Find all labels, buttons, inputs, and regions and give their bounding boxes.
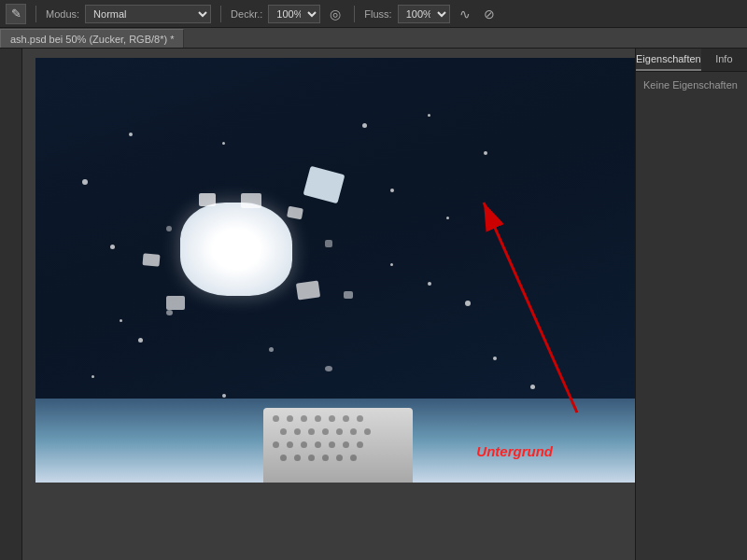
sugar-heap — [180, 203, 292, 296]
left-tool-panel — [0, 49, 22, 560]
grater-hole — [329, 415, 335, 422]
crystal-scatter — [325, 366, 332, 371]
airbrush-icon[interactable]: ◎ — [326, 5, 345, 23]
grater-hole — [336, 455, 343, 461]
grater-hole — [301, 415, 307, 422]
fluss-select[interactable]: 100% — [398, 5, 450, 23]
grater-hole — [287, 441, 293, 448]
tab-eigenschaften[interactable]: Eigenschaften — [636, 49, 701, 71]
modus-label: Modus: — [46, 8, 79, 20]
modus-select[interactable]: NormalAuflösenAbdunkelnMultiplizierenFar… — [85, 5, 211, 23]
cheese-grater — [263, 408, 413, 483]
grater-hole — [294, 428, 301, 435]
crystal-scatter — [222, 394, 226, 398]
grater-hole — [343, 415, 349, 422]
crystal-scatter — [82, 179, 88, 185]
annotation-label: Untergrund — [476, 443, 553, 459]
image-bottom-background — [35, 399, 635, 483]
grater-hole — [343, 441, 349, 448]
crystal-scatter — [138, 338, 143, 343]
grater-hole — [364, 428, 371, 435]
crystal-scatter — [92, 375, 94, 378]
crystal-scatter — [269, 347, 274, 352]
separator-3 — [354, 6, 355, 22]
main-area: Untergrund Eigenschaften Info Keine Eige… — [0, 49, 747, 560]
grater-hole — [357, 441, 363, 448]
crystal-scatter — [110, 245, 115, 249]
separator-1 — [35, 6, 36, 22]
right-panel-content: Keine Eigenschaften — [636, 72, 747, 98]
sugar-crystal — [142, 253, 160, 267]
deckr-label: Deckr.: — [231, 8, 262, 20]
grater-hole — [301, 441, 307, 448]
grater-hole — [273, 441, 279, 448]
crystal-scatter — [129, 133, 133, 136]
separator-2 — [220, 6, 221, 22]
photoshop-canvas — [35, 58, 635, 483]
document-tab[interactable]: ash.psd bei 50% (Zucker, RGB/8*) * — [0, 29, 184, 48]
fluss-label: Fluss: — [364, 8, 391, 20]
right-panel-tabs: Eigenschaften Info — [636, 49, 747, 72]
crystal-scatter — [166, 310, 173, 315]
right-panel: Eigenschaften Info Keine Eigenschaften — [635, 49, 747, 560]
extra-icon[interactable]: ⊘ — [480, 5, 499, 23]
grater-hole — [336, 428, 343, 435]
sugar-crystal — [166, 296, 185, 310]
crystal-scatter — [446, 217, 449, 219]
grater-hole — [280, 455, 287, 461]
grater-hole — [308, 428, 315, 435]
sugar-chunk — [303, 166, 345, 204]
crystal-scatter — [222, 142, 225, 145]
smooth-icon[interactable]: ∿ — [456, 5, 474, 23]
crystal-scatter — [428, 282, 431, 286]
no-properties-text: Keine Eigenschaften — [643, 79, 738, 91]
svg-line-1 — [484, 203, 577, 413]
deckr-select[interactable]: 100% — [268, 5, 320, 23]
grater-hole — [308, 455, 315, 461]
grater-hole — [329, 441, 335, 448]
grater-hole — [273, 415, 279, 422]
tabbar: ash.psd bei 50% (Zucker, RGB/8*) * — [0, 28, 747, 49]
crystal-scatter — [465, 301, 471, 306]
image-background — [35, 58, 635, 483]
grater-hole — [315, 441, 321, 448]
crystal-scatter — [484, 151, 487, 155]
crystal-scatter — [166, 226, 172, 231]
canvas-area: Untergrund — [22, 49, 635, 560]
toolbar: ✎ Modus: NormalAuflösenAbdunkelnMultipli… — [0, 0, 747, 28]
crystal-scatter — [120, 319, 122, 322]
brush-tool-icon[interactable]: ✎ — [6, 4, 26, 24]
crystal-scatter — [325, 240, 332, 247]
sugar-crystal — [241, 193, 261, 208]
crystal-scatter — [428, 114, 430, 117]
crystal-scatter — [530, 385, 535, 389]
grater-hole — [322, 455, 329, 461]
crystal-scatter — [493, 357, 497, 360]
crystal-scatter — [390, 189, 394, 192]
crystal-scatter — [362, 123, 367, 128]
grater-hole — [287, 415, 293, 422]
grater-hole — [350, 455, 357, 461]
grater-hole — [280, 428, 287, 435]
grater-hole — [294, 455, 301, 461]
sugar-crystal — [287, 206, 303, 220]
grater-hole — [322, 428, 329, 435]
grater-hole — [350, 428, 357, 435]
crystal-scatter — [390, 263, 393, 266]
sugar-crystal — [296, 280, 320, 300]
crystal-scatter — [344, 291, 353, 299]
grater-hole — [357, 415, 363, 422]
grater-hole — [315, 415, 321, 422]
tab-info[interactable]: Info — [701, 49, 747, 71]
sugar-crystal — [199, 193, 216, 206]
